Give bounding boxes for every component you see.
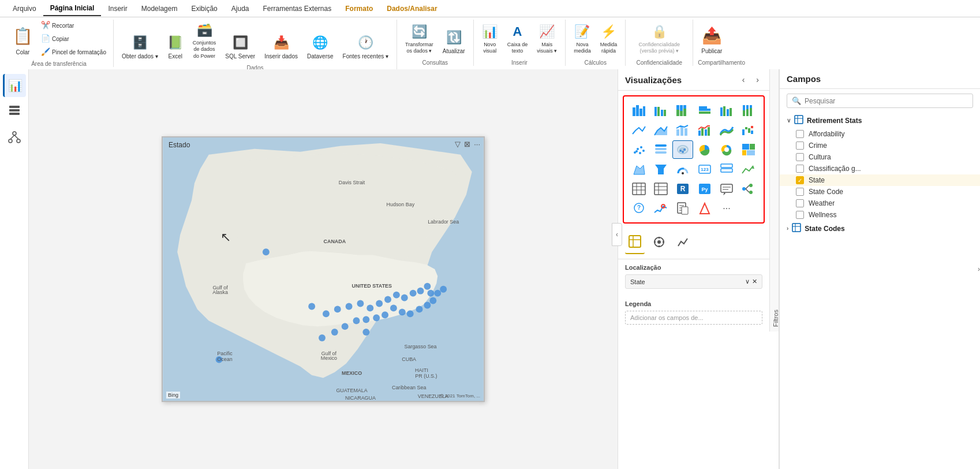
state-code-checkbox[interactable] (796, 188, 804, 196)
viz-icon-decomp-tree[interactable] (738, 180, 759, 198)
field-state[interactable]: ✓ State (780, 174, 980, 186)
publicar-button[interactable]: 📤 Publicar (698, 23, 725, 57)
wellness-checkbox[interactable] (796, 211, 804, 219)
menu-ajuda[interactable]: Ajuda (225, 2, 256, 16)
obter-dados-button[interactable]: 🗄️ Obter dados ▾ (118, 32, 162, 62)
viz-icon-line-clustered-col[interactable] (694, 121, 715, 139)
viz-icon-multirow-card[interactable] (716, 160, 737, 178)
viz-icon-pie[interactable] (694, 140, 715, 159)
fields-group-retirement-stats[interactable]: ∨ Retirement Stats (780, 113, 980, 128)
viz-icon-card[interactable]: 123 (694, 160, 715, 178)
sidebar-data-btn[interactable] (3, 100, 26, 124)
map-focus-icon[interactable]: ⊠ (464, 140, 470, 148)
menu-dados-analisar[interactable]: Dados/Analisar (380, 2, 444, 16)
excel-button[interactable]: 📗 Excel (164, 32, 187, 62)
menu-exibicao[interactable]: Exibição (184, 2, 224, 16)
viz-tab-format[interactable] (649, 233, 669, 254)
legenda-placeholder[interactable]: Adicionar os campos de... (625, 311, 762, 325)
viz-icon-anomaly[interactable] (650, 199, 671, 218)
crime-checkbox[interactable] (796, 142, 804, 150)
fields-search-input[interactable] (805, 97, 968, 105)
menu-pagina-inicial[interactable]: Página Inicial (43, 1, 102, 16)
filtros-label[interactable]: Filtros (769, 69, 779, 332)
transformar-button[interactable]: 🔄 Transformaros dados ▾ (402, 21, 437, 57)
pincel-button[interactable]: 🖌️ Pincel de formatação (39, 46, 109, 58)
copiar-button[interactable]: 📄 Copiar (39, 33, 109, 45)
group-chevron-state-codes[interactable]: › (787, 225, 788, 232)
affordability-checkbox[interactable] (796, 130, 804, 138)
viz-icon-smart-narrative[interactable] (716, 180, 737, 198)
menu-ferramentas-externas[interactable]: Ferramentas Externas (256, 2, 339, 16)
viz-icon-clustered-bar[interactable] (650, 101, 671, 120)
field-cultura[interactable]: Cultura (780, 151, 980, 163)
viz-icon-gauge[interactable] (672, 160, 693, 178)
viz-icon-filled-map[interactable] (629, 160, 649, 178)
viz-icon-map[interactable] (672, 140, 693, 159)
cultura-checkbox[interactable] (796, 153, 804, 161)
novo-visual-button[interactable]: 📊 Novovisual (478, 21, 502, 57)
viz-tab-fields[interactable] (625, 233, 645, 254)
viz-icon-paginated-report[interactable] (672, 199, 693, 218)
viz-icon-slicer[interactable] (650, 140, 671, 159)
viz-icon-stacked-bar[interactable] (629, 101, 649, 120)
viz-icon-donut[interactable] (716, 140, 737, 159)
map-visual[interactable]: Estado ▽ ⊠ ··· ↖ (162, 136, 485, 402)
sidebar-report-btn[interactable]: 📊 (3, 74, 26, 97)
fields-search[interactable]: 🔍 (787, 94, 973, 108)
atualizar-button[interactable]: 🔃 Atualizar (439, 27, 469, 57)
inserir-dados-button[interactable]: 📥 Inserir dados (261, 32, 301, 62)
viz-icon-area[interactable] (650, 121, 671, 139)
viz-icon-table[interactable] (629, 180, 649, 198)
viz-icon-ribbon[interactable] (716, 121, 737, 139)
fields-expand-button[interactable]: › (978, 265, 980, 273)
viz-icon-python[interactable]: Py (694, 180, 715, 198)
viz-nav-right[interactable]: › (753, 74, 762, 85)
medida-rapida-button[interactable]: ⚡ Medidarápida (597, 21, 621, 57)
viz-tab-analytics[interactable] (674, 233, 693, 254)
viz-nav-left[interactable]: ‹ (739, 74, 749, 85)
map-more-icon[interactable]: ··· (474, 140, 480, 148)
field-weather[interactable]: Weather (780, 198, 980, 209)
viz-icon-qa[interactable]: ? (629, 199, 649, 218)
state-checkbox[interactable]: ✓ (796, 176, 804, 184)
viz-icon-r-visual[interactable]: R (672, 180, 693, 198)
viz-icon-waterfall[interactable] (738, 121, 759, 139)
confidencialidade-button[interactable]: 🔒 Confidencialidade(versão prévia) ▾ (630, 21, 688, 57)
colar-button[interactable]: 📋 Colar (9, 24, 36, 58)
field-classificacao[interactable]: Classificação g... (780, 163, 980, 174)
map-filter-icon[interactable]: ▽ (455, 140, 461, 148)
viz-icon-line-stacked-col[interactable] (672, 121, 693, 139)
caixa-texto-button[interactable]: A Caixa detexto (504, 21, 532, 57)
viz-icon-matrix[interactable] (650, 180, 671, 198)
recortar-button[interactable]: ✂️ Recortar (39, 20, 109, 32)
viz-icon-scatter[interactable] (629, 140, 649, 159)
location-field-box[interactable]: State ∨ ✕ (625, 274, 762, 289)
viz-icon-more[interactable]: ··· (716, 199, 737, 218)
viz-icon-treemap[interactable] (738, 140, 759, 159)
mais-visuais-button[interactable]: 📈 Maisvisuais ▾ (533, 21, 560, 57)
viz-icon-100-stacked-column[interactable] (738, 101, 759, 120)
field-wellness[interactable]: Wellness (780, 209, 980, 221)
weather-checkbox[interactable] (796, 199, 804, 207)
location-field-chevron[interactable]: ∨ (745, 278, 750, 285)
conjuntos-button[interactable]: 🗃️ Conjuntosde dadosdo Power (189, 20, 220, 62)
fontes-recentes-button[interactable]: 🕐 Fontes recentes ▾ (339, 32, 392, 62)
group-chevron-retirement[interactable]: ∨ (787, 117, 791, 124)
viz-icon-stacked-column[interactable] (694, 101, 715, 120)
viz-icon-clustered-column[interactable] (716, 101, 737, 120)
menu-modelagem[interactable]: Modelagem (134, 2, 185, 16)
menu-arquivo[interactable]: Arquivo (6, 2, 43, 16)
sidebar-model-btn[interactable] (3, 127, 26, 150)
sql-button[interactable]: 🔲 SQL Server (222, 32, 259, 62)
viz-icon-paint[interactable] (694, 199, 715, 218)
nova-medida-button[interactable]: 📝 Novamedida (570, 21, 594, 57)
panel-collapse-button[interactable]: ‹ (612, 223, 622, 246)
fields-group-state-codes[interactable]: › State Codes (780, 221, 980, 236)
viz-icon-funnel[interactable] (650, 160, 671, 178)
viz-icon-100-stacked-bar[interactable] (672, 101, 693, 120)
dataverse-button[interactable]: 🌐 Dataverse (304, 32, 337, 62)
field-affordability[interactable]: Affordability (780, 128, 980, 140)
menu-formato[interactable]: Formato (338, 2, 380, 16)
field-state-code[interactable]: State Code (780, 186, 980, 198)
menu-inserir[interactable]: Inserir (101, 2, 134, 16)
